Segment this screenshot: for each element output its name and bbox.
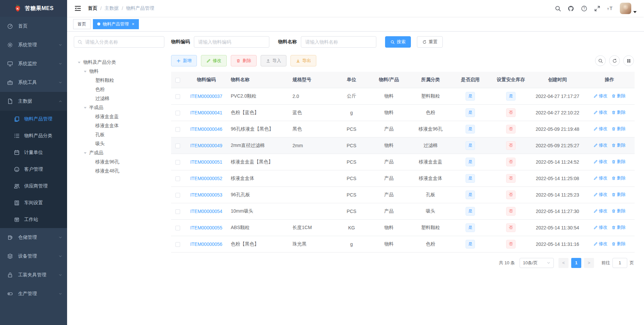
row-checkbox[interactable] xyxy=(175,193,180,198)
tab-home[interactable]: 首页 xyxy=(73,19,91,29)
row-delete-button[interactable]: 删除 xyxy=(611,109,626,115)
row-delete-button[interactable]: 删除 xyxy=(611,208,626,214)
prev-page-button[interactable]: < xyxy=(558,258,569,268)
tab-material-product-management[interactable]: 物料产品管理 × xyxy=(93,19,139,29)
tree-node[interactable]: 物料 xyxy=(74,67,164,76)
next-page-button[interactable]: > xyxy=(584,258,594,268)
sidebar-item-home[interactable]: 首页 xyxy=(0,17,67,36)
delete-button[interactable]: 删除 xyxy=(231,55,257,66)
row-checkbox[interactable] xyxy=(175,94,180,99)
material-code-input[interactable] xyxy=(194,36,269,48)
tree-node[interactable]: 移液盒盒体 xyxy=(74,121,164,130)
tree-node[interactable]: 物料及产品分类 xyxy=(74,58,164,67)
material-code-link[interactable]: ITEM00000055 xyxy=(190,225,222,230)
avatar[interactable] xyxy=(620,3,631,14)
row-checkbox[interactable] xyxy=(175,176,180,181)
material-code-link[interactable]: ITEM00000037 xyxy=(190,94,222,99)
material-code-link[interactable]: ITEM00000053 xyxy=(190,192,222,198)
row-delete-button[interactable]: 删除 xyxy=(611,159,626,165)
material-name-input[interactable] xyxy=(301,36,376,48)
row-delete-button[interactable]: 删除 xyxy=(611,93,626,99)
column-settings-icon[interactable] xyxy=(623,55,634,66)
row-delete-button[interactable]: 删除 xyxy=(611,192,626,198)
row-edit-button[interactable]: 修改 xyxy=(593,93,607,99)
app-logo[interactable]: K 苦糖果MES xyxy=(0,0,67,17)
row-edit-button[interactable]: 修改 xyxy=(593,126,607,132)
material-code-link[interactable]: ITEM00000041 xyxy=(190,110,222,115)
tree-node[interactable]: 半成品 xyxy=(74,103,164,112)
row-checkbox[interactable] xyxy=(175,242,180,247)
material-code-link[interactable]: ITEM00000052 xyxy=(190,176,222,181)
sidebar-item-customer-management[interactable]: 客户管理 xyxy=(0,161,67,178)
row-delete-button[interactable]: 删除 xyxy=(611,175,626,181)
tree-expand-icon[interactable] xyxy=(77,60,81,64)
tree-node[interactable]: 产成品 xyxy=(74,148,164,157)
row-edit-button[interactable]: 修改 xyxy=(593,175,607,181)
tree-search-input[interactable] xyxy=(85,39,161,45)
add-button[interactable]: 新增 xyxy=(171,55,197,66)
row-checkbox[interactable] xyxy=(175,226,180,230)
sidebar-item-system-management[interactable]: 系统管理 xyxy=(0,36,67,54)
goto-page-input[interactable] xyxy=(612,258,627,268)
page-size-select[interactable]: 10条/页 xyxy=(520,258,554,268)
material-code-link[interactable]: ITEM00000056 xyxy=(190,241,222,247)
fullscreen-icon[interactable] xyxy=(594,5,600,12)
row-edit-button[interactable]: 修改 xyxy=(593,224,607,230)
search-button[interactable]: 搜索 xyxy=(385,36,411,48)
tree-node[interactable]: 移液盒48孔 xyxy=(74,166,164,175)
export-button[interactable]: 导出 xyxy=(290,55,316,66)
sidebar-item-material-product-category[interactable]: 物料产品分类 xyxy=(0,127,67,144)
row-checkbox[interactable] xyxy=(175,209,180,214)
tree-node[interactable]: 过滤棉 xyxy=(74,94,164,103)
material-code-link[interactable]: ITEM00000049 xyxy=(190,143,222,148)
breadcrumb-home[interactable]: 首页 xyxy=(88,5,97,11)
row-checkbox[interactable] xyxy=(175,160,180,165)
tree-node[interactable]: 移液盒96孔 xyxy=(74,157,164,166)
sidebar-item-tooling-management[interactable]: 工装夹具管理 xyxy=(0,266,67,284)
show-search-icon[interactable] xyxy=(595,55,606,66)
sidebar-item-workstation[interactable]: 工作站 xyxy=(0,211,67,228)
sidebar-item-measurement-unit[interactable]: 计量单位 xyxy=(0,144,67,161)
tree-node[interactable]: 色粉 xyxy=(74,85,164,94)
row-edit-button[interactable]: 修改 xyxy=(593,142,607,148)
search-icon[interactable] xyxy=(554,5,561,12)
sidebar-item-system-tools[interactable]: 系统工具 xyxy=(0,73,67,92)
import-button[interactable]: 导入 xyxy=(261,55,286,66)
select-all-checkbox[interactable] xyxy=(175,78,180,83)
sidebar-item-equipment-management[interactable]: 设备管理 xyxy=(0,247,67,266)
tree-node[interactable]: 塑料颗粒 xyxy=(74,76,164,85)
row-edit-button[interactable]: 修改 xyxy=(593,192,607,198)
sidebar-item-production-management[interactable]: 生产管理 xyxy=(0,284,67,303)
row-checkbox[interactable] xyxy=(175,144,180,148)
tree-node[interactable]: 吸头 xyxy=(74,139,164,148)
sidebar-item-master-data[interactable]: 主数据 xyxy=(0,92,67,111)
font-size-icon[interactable]: T T xyxy=(607,5,613,12)
material-code-link[interactable]: ITEM00000051 xyxy=(190,159,222,165)
row-edit-button[interactable]: 修改 xyxy=(593,159,607,165)
page-1-button[interactable]: 1 xyxy=(571,258,581,268)
material-code-link[interactable]: ITEM00000054 xyxy=(190,209,222,214)
row-delete-button[interactable]: 删除 xyxy=(611,241,626,247)
collapse-sidebar-icon[interactable] xyxy=(74,5,82,12)
edit-button[interactable]: 修改 xyxy=(201,55,227,66)
row-delete-button[interactable]: 删除 xyxy=(611,224,626,230)
sidebar-item-material-product-management[interactable]: 物料产品管理 xyxy=(0,111,67,127)
breadcrumb-master-data[interactable]: 主数据 xyxy=(105,5,119,11)
tree-expand-icon[interactable] xyxy=(83,106,87,110)
row-checkbox[interactable] xyxy=(175,111,180,115)
row-edit-button[interactable]: 修改 xyxy=(593,241,607,247)
sidebar-item-warehouse-management[interactable]: 仓储管理 xyxy=(0,228,67,247)
tree-expand-icon[interactable] xyxy=(83,151,87,155)
row-checkbox[interactable] xyxy=(175,127,180,132)
reset-button[interactable]: 重置 xyxy=(417,36,443,48)
sidebar-item-system-monitoring[interactable]: 系统监控 xyxy=(0,54,67,73)
row-edit-button[interactable]: 修改 xyxy=(593,208,607,214)
material-code-link[interactable]: ITEM00000046 xyxy=(190,126,222,132)
row-edit-button[interactable]: 修改 xyxy=(593,109,607,115)
user-menu[interactable] xyxy=(620,3,637,14)
tree-node[interactable]: 孔板 xyxy=(74,130,164,139)
close-tab-icon[interactable]: × xyxy=(132,22,135,26)
row-delete-button[interactable]: 删除 xyxy=(611,126,626,132)
tree-node[interactable]: 移液盒盒盖 xyxy=(74,112,164,121)
tree-expand-icon[interactable] xyxy=(83,69,87,73)
